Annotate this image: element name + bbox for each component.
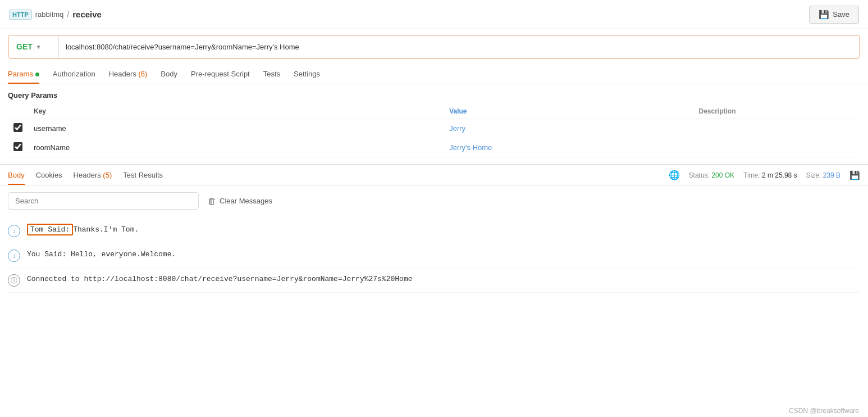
params-dot (35, 72, 39, 76)
tab-tests[interactable]: Tests (263, 64, 280, 84)
row-key: roomName (28, 138, 444, 157)
breadcrumb-parent[interactable]: rabbitmq (35, 10, 64, 19)
response-tab-test-results[interactable]: Test Results (123, 165, 163, 185)
tab-headers[interactable]: Headers (6) (109, 64, 148, 84)
row-checkbox[interactable] (13, 142, 22, 151)
method-selector[interactable]: GET ▼ (8, 35, 59, 58)
row-description (693, 119, 860, 138)
col-key: Key (28, 104, 444, 119)
row-description (693, 138, 860, 157)
row-value: Jerry's Home (444, 138, 693, 157)
search-input[interactable] (8, 192, 199, 210)
top-bar: HTTP rabbitmq / receive 💾 Save (0, 0, 868, 29)
row-key: username (28, 119, 444, 138)
col-value: Value (444, 104, 693, 119)
query-params-section: Query Params Key Value Description usern… (0, 84, 868, 157)
breadcrumb-current: receive (72, 10, 102, 19)
col-description: Description (693, 104, 860, 119)
status-label: Status: 200 OK (689, 171, 734, 179)
tab-params[interactable]: Params (8, 64, 39, 84)
size-label: Size: 239 B (806, 171, 840, 179)
url-input[interactable] (59, 35, 860, 58)
breadcrumb: HTTP rabbitmq / receive (9, 10, 102, 20)
chevron-down-icon: ▼ (36, 44, 42, 50)
list-item: ⓘConnected to http://localhost:8080/chat… (8, 268, 860, 293)
message-highlight: Tom Said: (27, 224, 73, 235)
table-row: roomName Jerry's Home (8, 138, 860, 157)
params-table: Key Value Description username Jerry roo… (8, 104, 860, 157)
response-area: Body Cookies Headers (5) Test Results 🌐 … (0, 164, 868, 295)
tab-pre-request-script[interactable]: Pre-request Script (191, 64, 250, 84)
footer: CSDN @breaksoftware (789, 405, 859, 417)
arrow-icon: ↓ (8, 250, 20, 262)
list-item: ↓Tom Said:Thanks.I'm Tom. (8, 219, 860, 243)
clear-messages-button[interactable]: 🗑 Clear Messages (205, 193, 275, 209)
response-tab-headers[interactable]: Headers (5) (74, 165, 112, 185)
response-tab-cookies[interactable]: Cookies (36, 165, 62, 185)
save-label: Save (833, 10, 849, 19)
message-content: You Said: Hello, everyone.Welcome. (27, 249, 176, 260)
response-tabs: Body Cookies Headers (5) Test Results 🌐 … (0, 165, 868, 185)
col-checkbox (8, 104, 28, 119)
message-content: Tom Said:Thanks.I'm Tom. (27, 224, 139, 235)
clear-label: Clear Messages (220, 197, 272, 205)
url-bar: GET ▼ (8, 35, 860, 58)
response-status: 🌐 Status: 200 OK Time: 2 m 25.98 s Size:… (669, 170, 860, 180)
message-content: Connected to http://localhost:8080/chat/… (27, 274, 413, 285)
time-label: Time: 2 m 25.98 s (743, 171, 797, 179)
messages-area: ↓Tom Said:Thanks.I'm Tom.↓You Said: Hell… (0, 216, 868, 295)
save-response-icon[interactable]: 💾 (849, 170, 860, 180)
table-row: username Jerry (8, 119, 860, 138)
save-button[interactable]: 💾 Save (809, 6, 859, 24)
row-value: Jerry (444, 119, 693, 138)
response-tabs-left: Body Cookies Headers (5) Test Results (8, 165, 163, 185)
trash-icon: 🗑 (208, 196, 216, 206)
row-checkbox-cell (8, 119, 28, 138)
row-checkbox-cell (8, 138, 28, 157)
save-icon: 💾 (819, 10, 829, 20)
globe-icon: 🌐 (669, 170, 680, 180)
list-item: ↓You Said: Hello, everyone.Welcome. (8, 243, 860, 268)
request-tabs: Params Authorization Headers (6) Body Pr… (0, 64, 868, 84)
row-checkbox[interactable] (13, 123, 22, 132)
query-params-title: Query Params (8, 91, 860, 99)
response-toolbar: 🗑 Clear Messages (0, 185, 868, 216)
response-tab-body[interactable]: Body (8, 165, 25, 185)
http-badge: HTTP (9, 10, 32, 20)
info-icon: ⓘ (8, 274, 20, 287)
tab-body[interactable]: Body (161, 64, 177, 84)
breadcrumb-separator: / (67, 10, 69, 19)
method-label: GET (16, 42, 33, 51)
tab-authorization[interactable]: Authorization (53, 64, 95, 84)
tab-settings[interactable]: Settings (294, 64, 320, 84)
arrow-icon: ↓ (8, 225, 20, 237)
